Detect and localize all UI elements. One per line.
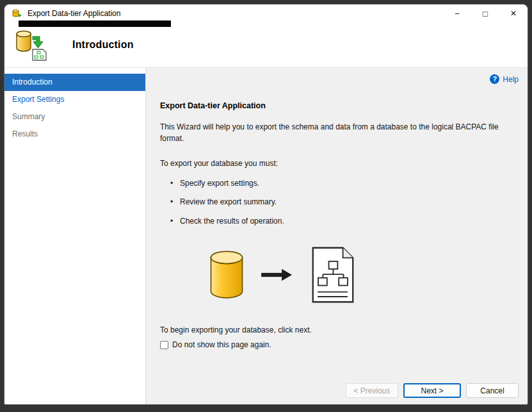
dark-strip-artifact	[19, 21, 171, 27]
content-heading: Export Data-tier Application	[160, 101, 528, 110]
intro-paragraph: This Wizard will help you to export the …	[160, 121, 506, 144]
bullet-item: Specify export settings.	[180, 179, 528, 188]
steps-sidebar: Introduction Export Settings Summary Res…	[4, 68, 145, 404]
maximize-button[interactable]: □	[471, 4, 499, 22]
sidebar-item-label: Results	[12, 129, 38, 138]
bullet-text: Specify export settings.	[180, 179, 259, 188]
export-data-tier-wizard-window: Export Data-tier Application – □ ✕ Intro…	[4, 4, 528, 404]
desktop: { "window": { "title": "Export Data-tier…	[0, 0, 532, 412]
cancel-button[interactable]: Cancel	[466, 383, 519, 398]
begin-text: To begin exporting your database, click …	[160, 325, 528, 334]
sidebar-item-label: Introduction	[12, 78, 52, 87]
title-bar: Export Data-tier Application – □ ✕	[4, 4, 528, 22]
database-export-icon	[15, 29, 48, 61]
close-button[interactable]: ✕	[499, 4, 528, 22]
dont-show-again-row: Do not show this page again.	[160, 340, 528, 349]
requirements-list: Specify export settings. Review the expo…	[146, 179, 528, 226]
right-arrow-icon	[261, 267, 293, 283]
button-row: < Previous Next > Cancel	[346, 383, 519, 398]
wizard-body: Introduction Export Settings Summary Res…	[4, 67, 528, 404]
dont-show-again-label: Do not show this page again.	[172, 340, 271, 349]
window-title: Export Data-tier Application	[28, 9, 120, 18]
bullet-item: Check the results of operation.	[180, 217, 528, 226]
help-label: Help	[503, 75, 519, 84]
bullet-item: Review the export summary.	[180, 197, 528, 206]
sidebar-item-results: Results	[4, 126, 145, 143]
app-database-export-icon	[12, 8, 22, 19]
dont-show-again-checkbox[interactable]	[160, 341, 168, 349]
bullet-text: Check the results of operation.	[180, 217, 284, 226]
next-button[interactable]: Next >	[403, 383, 461, 398]
wizard-header: Introduction	[4, 22, 528, 67]
sidebar-item-introduction[interactable]: Introduction	[4, 74, 145, 91]
sidebar-item-label: Export Settings	[12, 95, 64, 104]
content-pane: ? Help Export Data-tier Application This…	[145, 68, 528, 404]
sidebar-item-summary: Summary	[4, 108, 145, 126]
window-controls: – □ ✕	[443, 4, 528, 22]
database-cylinder-icon	[209, 249, 245, 301]
page-title: Introduction	[72, 39, 134, 51]
help-link[interactable]: ? Help	[490, 74, 519, 84]
minimize-button[interactable]: –	[443, 4, 471, 22]
bullet-text: Review the export summary.	[180, 197, 277, 206]
sidebar-item-export-settings[interactable]: Export Settings	[4, 91, 145, 108]
requirements-label: To export your database you must:	[160, 159, 528, 168]
export-illustration	[209, 246, 356, 304]
previous-button[interactable]: < Previous	[346, 383, 398, 398]
help-icon: ?	[490, 74, 499, 84]
bacpac-file-icon	[310, 246, 356, 304]
sidebar-item-label: Summary	[12, 112, 45, 121]
